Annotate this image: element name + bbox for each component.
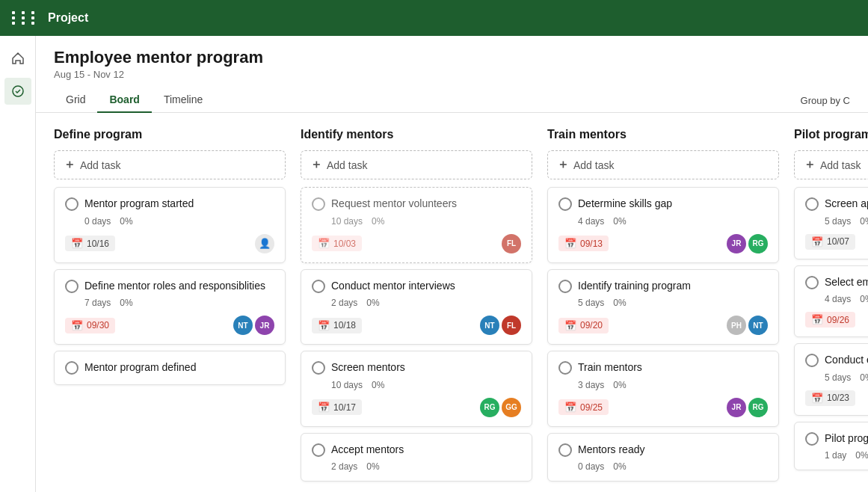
avatar[interactable]: FL bbox=[502, 234, 521, 253]
task-name: Screen mentors bbox=[331, 360, 521, 375]
task-date-value: 10/03 bbox=[333, 239, 356, 249]
task-card[interactable]: Mentor program started0 days0%📅10/16👤 bbox=[54, 187, 286, 263]
add-task-button-identify[interactable]: ＋Add task bbox=[301, 150, 532, 179]
add-task-button-define[interactable]: ＋Add task bbox=[54, 150, 286, 179]
task-top-row: Accept mentors bbox=[312, 443, 521, 458]
calendar-icon: 📅 bbox=[564, 238, 576, 249]
page-title: Employee mentor program bbox=[54, 48, 850, 67]
apps-grid-icon[interactable] bbox=[12, 11, 39, 25]
column-define: Define program＋Add taskMentor program st… bbox=[54, 128, 286, 487]
task-percent: 0% bbox=[613, 216, 626, 227]
calendar-icon: 📅 bbox=[811, 236, 823, 247]
task-card[interactable]: Accept mentors2 days0% bbox=[301, 433, 532, 482]
task-top-row: Mentor program defined bbox=[65, 360, 274, 375]
add-task-button-pilot[interactable]: ＋Add task bbox=[794, 150, 868, 179]
task-meta: 1 day0% bbox=[825, 450, 868, 461]
avatar[interactable]: JR bbox=[727, 234, 746, 253]
task-days: 1 day bbox=[825, 450, 846, 461]
task-date: 📅10/17 bbox=[312, 399, 362, 415]
task-checkbox[interactable] bbox=[805, 197, 819, 211]
task-card[interactable]: Mentor program defined bbox=[54, 351, 286, 385]
task-card[interactable]: Determine skills gap4 days0%📅09/13JRRG bbox=[547, 187, 779, 263]
task-card[interactable]: Pilot program1 day0% bbox=[794, 422, 868, 471]
task-date: 📅09/20 bbox=[558, 318, 609, 333]
column-header-pilot: Pilot program bbox=[794, 128, 868, 141]
task-top-row: Request mentor volunteers bbox=[312, 197, 521, 212]
task-card[interactable]: Mentors ready0 days0% bbox=[547, 433, 779, 482]
task-percent: 0% bbox=[120, 216, 132, 227]
calendar-icon: 📅 bbox=[318, 238, 330, 249]
task-checkbox[interactable] bbox=[312, 443, 325, 457]
avatar[interactable]: NT bbox=[233, 316, 253, 335]
task-card[interactable]: Screen applicants5 days0%📅10/07 bbox=[794, 187, 868, 259]
plus-icon: ＋ bbox=[804, 157, 816, 173]
tab-board[interactable]: Board bbox=[97, 87, 151, 113]
task-date: 📅09/30 bbox=[65, 318, 115, 333]
task-checkbox[interactable] bbox=[558, 443, 572, 457]
tab-grid[interactable]: Grid bbox=[54, 87, 97, 113]
tab-timeline[interactable]: Timeline bbox=[152, 87, 215, 113]
task-percent: 0% bbox=[366, 461, 379, 472]
task-top-row: Identify training program bbox=[558, 279, 768, 294]
task-avatars: FL bbox=[502, 234, 521, 253]
avatar[interactable]: JR bbox=[727, 398, 746, 417]
board: Define program＋Add taskMentor program st… bbox=[36, 113, 868, 492]
task-days: 2 days bbox=[331, 298, 357, 308]
task-meta: 5 days0% bbox=[825, 216, 868, 227]
task-card[interactable]: Define mentor roles and responsiblities7… bbox=[54, 269, 286, 345]
task-card[interactable]: Screen mentors10 days0%📅10/17RGGG bbox=[301, 351, 532, 427]
task-card[interactable]: Conduct mentor interviews2 days0%📅10/18N… bbox=[301, 269, 532, 345]
group-by-button[interactable]: Group by C bbox=[801, 89, 850, 112]
task-checkbox[interactable] bbox=[312, 197, 325, 211]
avatar[interactable]: NT bbox=[748, 316, 768, 335]
avatar[interactable]: NT bbox=[480, 316, 499, 335]
task-days: 0 days bbox=[84, 216, 111, 227]
task-checkbox[interactable] bbox=[558, 361, 572, 375]
task-meta: 2 days0% bbox=[331, 461, 521, 472]
task-percent: 0% bbox=[120, 298, 132, 308]
task-checkbox[interactable] bbox=[805, 276, 819, 289]
task-date: 📅09/13 bbox=[558, 236, 609, 251]
task-top-row: Define mentor roles and responsiblities bbox=[65, 279, 274, 294]
task-footer: 📅10/23 bbox=[805, 390, 868, 406]
task-avatars: JRRG bbox=[727, 234, 768, 253]
task-checkbox[interactable] bbox=[65, 197, 79, 211]
task-checkbox[interactable] bbox=[312, 280, 325, 293]
assign-icon[interactable]: 👤 bbox=[255, 234, 274, 253]
task-name: Determine skills gap bbox=[578, 197, 768, 212]
avatar[interactable]: RG bbox=[748, 398, 768, 417]
add-task-button-train[interactable]: ＋Add task bbox=[547, 150, 779, 179]
avatar[interactable]: PH bbox=[727, 316, 746, 335]
task-top-row: Conduct employee… bbox=[805, 353, 868, 368]
avatar[interactable]: RG bbox=[480, 398, 499, 417]
task-top-row: Conduct mentor interviews bbox=[312, 279, 521, 294]
task-name: Identify training program bbox=[578, 279, 768, 294]
calendar-icon: 📅 bbox=[318, 402, 330, 413]
task-checkbox[interactable] bbox=[805, 432, 819, 446]
task-checkbox[interactable] bbox=[805, 354, 819, 367]
avatar[interactable]: RG bbox=[748, 234, 768, 253]
sidebar-item-check[interactable] bbox=[4, 78, 31, 105]
task-card[interactable]: Train mentors3 days0%📅09/25JRRG bbox=[547, 351, 779, 427]
task-name: Train mentors bbox=[578, 360, 768, 375]
task-checkbox[interactable] bbox=[65, 280, 79, 293]
task-footer: 📅10/16👤 bbox=[65, 234, 274, 253]
task-checkbox[interactable] bbox=[558, 280, 572, 293]
task-card[interactable]: Conduct employee…5 days0%📅10/23 bbox=[794, 343, 868, 416]
avatar[interactable]: GG bbox=[502, 398, 521, 417]
task-card[interactable]: Select employees4 days0%📅09/26 bbox=[794, 265, 868, 338]
task-checkbox[interactable] bbox=[558, 197, 572, 211]
task-avatars: JRRG bbox=[727, 398, 768, 417]
task-checkbox[interactable] bbox=[65, 361, 79, 375]
task-days: 5 days bbox=[578, 298, 604, 308]
sidebar-item-home[interactable] bbox=[4, 45, 31, 72]
task-checkbox[interactable] bbox=[312, 361, 325, 375]
task-footer: 📅10/03FL bbox=[312, 234, 521, 253]
avatar[interactable]: FL bbox=[502, 316, 521, 335]
calendar-icon: 📅 bbox=[318, 320, 330, 331]
task-card[interactable]: Identify training program5 days0%📅09/20P… bbox=[547, 269, 779, 345]
avatar[interactable]: JR bbox=[255, 316, 274, 335]
task-days: 2 days bbox=[331, 461, 357, 472]
task-card[interactable]: Request mentor volunteers10 days0%📅10/03… bbox=[301, 187, 532, 263]
task-footer: 📅09/25JRRG bbox=[558, 398, 768, 417]
